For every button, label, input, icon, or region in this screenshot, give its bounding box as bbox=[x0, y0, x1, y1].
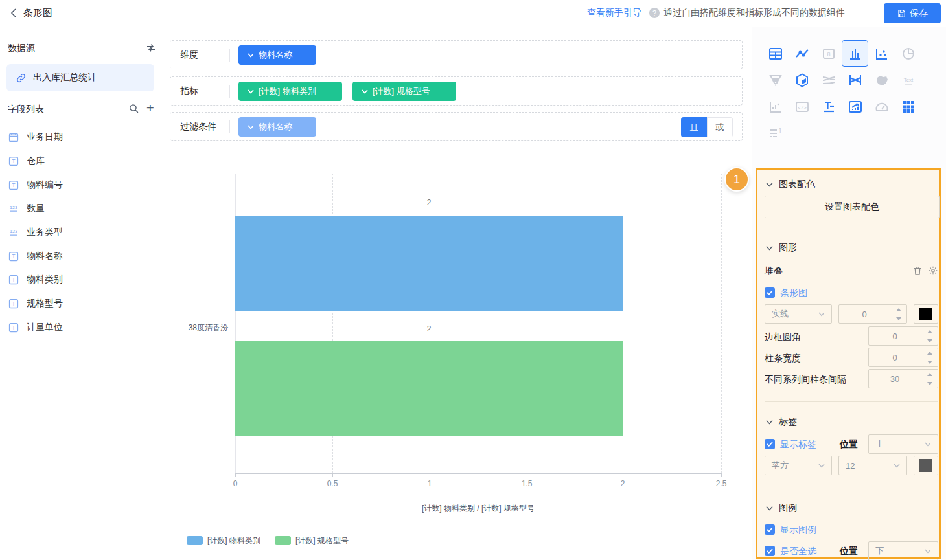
field-item[interactable]: T 物料名称 bbox=[8, 244, 154, 268]
pie-chart-icon[interactable] bbox=[895, 40, 921, 67]
parallel-chart-icon[interactable] bbox=[842, 67, 868, 93]
legend-position-select[interactable]: 下 bbox=[868, 541, 938, 560]
and-button[interactable]: 且 bbox=[681, 117, 707, 137]
trash-icon[interactable] bbox=[912, 265, 923, 276]
set-chart-colors-button[interactable]: 设置图表配色 bbox=[765, 196, 940, 218]
indicator-card-icon[interactable] bbox=[842, 93, 868, 120]
field-item[interactable]: 123 业务类型 bbox=[8, 221, 154, 245]
gridline bbox=[623, 174, 623, 473]
funnel-chart-icon[interactable] bbox=[762, 67, 789, 93]
field-item[interactable]: T 物料编号 bbox=[8, 173, 154, 197]
field-list: 业务日期 T 仓库 T 物料编号 123 数量 123 业务类型 T 物料名称 bbox=[8, 126, 154, 339]
guide-link[interactable]: 查看新手引导 bbox=[587, 7, 641, 19]
map-chart-icon[interactable] bbox=[868, 67, 895, 93]
line-width-stepper[interactable]: 0 bbox=[838, 304, 907, 324]
metric-tag[interactable]: [计数] 物料类别 bbox=[238, 82, 342, 101]
show-legend-checkbox-label[interactable]: 显示图例 bbox=[780, 524, 816, 536]
text-cloud-icon[interactable]: Text bbox=[895, 67, 921, 93]
tick-mark bbox=[527, 474, 527, 477]
swap-datasource-icon[interactable] bbox=[145, 42, 157, 54]
label-font-size-select[interactable]: 12 bbox=[838, 456, 907, 475]
field-item[interactable]: T 物料类别 bbox=[8, 268, 154, 292]
text-component-icon[interactable] bbox=[815, 93, 842, 120]
legend-swatch-series-1[interactable] bbox=[187, 536, 203, 545]
section-label[interactable]: 标签 bbox=[766, 416, 797, 428]
section-legend[interactable]: 图例 bbox=[766, 502, 797, 514]
svg-text:T: T bbox=[12, 159, 15, 164]
datasource-item[interactable]: 出入库汇总统计 bbox=[6, 64, 154, 91]
text-field-icon: T bbox=[8, 274, 19, 286]
check-icon bbox=[767, 442, 773, 447]
scatter-chart-icon[interactable] bbox=[868, 40, 895, 67]
divider bbox=[765, 230, 938, 230]
bar-series-1[interactable] bbox=[235, 216, 623, 311]
embed-code-icon[interactable]: </> bbox=[789, 93, 815, 120]
metric-label: 指标 bbox=[180, 85, 198, 97]
number-field-icon: 123 bbox=[8, 203, 19, 214]
show-legend-checkbox[interactable] bbox=[765, 524, 775, 535]
field-item[interactable]: T 计量单位 bbox=[8, 316, 154, 340]
add-field-icon[interactable]: + bbox=[146, 102, 154, 115]
x-tick: 0.5 bbox=[318, 479, 347, 488]
label-position-select[interactable]: 上 bbox=[868, 434, 938, 454]
section-shape[interactable]: 图形 bbox=[766, 242, 797, 254]
svg-text:123: 123 bbox=[10, 229, 17, 234]
text-field-icon: T bbox=[8, 179, 19, 191]
search-icon[interactable] bbox=[128, 103, 139, 114]
bar-chart-icon[interactable] bbox=[842, 40, 868, 67]
save-button[interactable]: 保存 bbox=[884, 3, 941, 23]
border-radius-stepper[interactable]: 0 bbox=[868, 326, 938, 346]
number-card-icon[interactable]: 8 bbox=[815, 40, 842, 67]
field-item[interactable]: T 规格型号 bbox=[8, 292, 154, 316]
select-all-checkbox-label[interactable]: 是否全选 bbox=[780, 546, 816, 557]
stepper-arrows[interactable] bbox=[921, 348, 938, 366]
line-style-select[interactable]: 实线 bbox=[765, 304, 832, 324]
legend-swatch-series-2[interactable] bbox=[275, 536, 291, 545]
section-chart-colors[interactable]: 图表配色 bbox=[766, 179, 815, 190]
stepper-arrows[interactable] bbox=[921, 370, 938, 388]
gear-icon[interactable] bbox=[928, 265, 938, 276]
panel-divider bbox=[759, 153, 938, 153]
stepper-arrows[interactable] bbox=[890, 305, 906, 323]
or-button[interactable]: 或 bbox=[707, 117, 733, 137]
hexagon-chart-icon[interactable] bbox=[789, 67, 815, 93]
chevron-down-icon bbox=[818, 312, 825, 317]
line-chart-icon[interactable] bbox=[789, 40, 815, 67]
data-table-icon[interactable] bbox=[762, 40, 789, 67]
show-label-checkbox-label[interactable]: 显示标签 bbox=[780, 439, 816, 451]
sankey-chart-icon[interactable] bbox=[815, 67, 842, 93]
datasource-link-icon bbox=[16, 73, 27, 84]
ranking-list-icon[interactable]: 1 bbox=[762, 120, 789, 146]
svg-text:T: T bbox=[12, 254, 15, 260]
distribution-chart-icon[interactable] bbox=[762, 93, 789, 120]
divider bbox=[765, 401, 938, 402]
chart-editor-app: 条形图 查看新手引导 ? 通过自由搭配维度和指标形成不同的数据组件 保存 数据源… bbox=[0, 0, 946, 560]
legend-label[interactable]: [计数] 规格型号 bbox=[295, 535, 349, 546]
border-color-swatch[interactable] bbox=[914, 304, 938, 324]
series-gap-stepper[interactable]: 30 bbox=[868, 369, 938, 388]
help-icon[interactable]: ? bbox=[649, 8, 660, 18]
field-item[interactable]: 业务日期 bbox=[8, 126, 154, 150]
stepper-arrows[interactable] bbox=[921, 327, 938, 345]
back-icon[interactable] bbox=[9, 8, 19, 18]
field-item[interactable]: T 仓库 bbox=[8, 150, 154, 174]
field-item[interactable]: 123 数量 bbox=[8, 197, 154, 221]
dimension-tag[interactable]: 物料名称 bbox=[238, 45, 316, 65]
filter-tag[interactable]: 物料名称 bbox=[238, 117, 316, 137]
bar-width-stepper[interactable]: 0 bbox=[868, 348, 938, 367]
metric-tag[interactable]: [计数] 规格型号 bbox=[352, 82, 456, 101]
check-icon bbox=[767, 290, 773, 295]
show-label-checkbox[interactable] bbox=[765, 439, 775, 449]
label-font-color-swatch[interactable] bbox=[914, 456, 938, 475]
legend-label[interactable]: [计数] 物料类别 bbox=[207, 535, 260, 546]
bar-width-label: 柱条宽度 bbox=[765, 353, 801, 364]
bar-chart-checkbox-label[interactable]: 条形图 bbox=[780, 287, 807, 299]
select-all-checkbox[interactable] bbox=[765, 546, 775, 556]
page-title[interactable]: 条形图 bbox=[23, 7, 52, 19]
pivot-table-icon[interactable] bbox=[895, 93, 921, 120]
label-font-select[interactable]: 苹方 bbox=[765, 456, 832, 475]
chart-type-grid: 8 Text </> 1 bbox=[762, 40, 921, 146]
bar-series-2[interactable] bbox=[235, 341, 623, 436]
bar-chart-checkbox[interactable] bbox=[765, 287, 775, 298]
gauge-chart-icon[interactable] bbox=[868, 93, 895, 120]
